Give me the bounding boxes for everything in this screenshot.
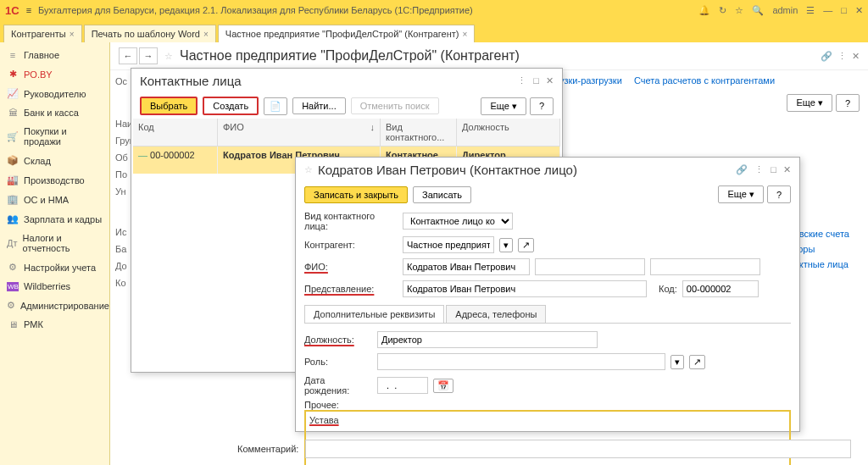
maximize-icon[interactable]: □: [771, 164, 776, 175]
sidebar-item-bank[interactable]: 🏛Банк и касса: [0, 103, 109, 122]
comment-label: Комментарий:: [237, 444, 298, 454]
label-birthdate: Дата рождения:: [304, 375, 372, 396]
col-code[interactable]: Код: [133, 119, 218, 146]
contact-card-dialog: ☆ Кодратов Иван Петрович (Контактное лиц…: [295, 157, 800, 432]
save-button[interactable]: Записать: [413, 186, 471, 203]
sidebar-item-assets[interactable]: 🏢ОС и НМА: [0, 190, 109, 209]
maximize-icon[interactable]: □: [841, 5, 847, 15]
fio-input[interactable]: [403, 258, 530, 275]
app-logo: 1С: [5, 4, 19, 17]
label-counterparty: Контрагент:: [304, 240, 398, 250]
minimize-icon[interactable]: —: [823, 5, 832, 15]
star-icon[interactable]: ☆: [735, 5, 743, 16]
page-title: Частное предприятие "ПрофиДелСтрой" (Кон…: [180, 48, 520, 64]
open-button[interactable]: ↗: [689, 355, 705, 369]
box-icon: 📦: [7, 155, 19, 166]
link-accounts[interactable]: Счета расчетов с контрагентами: [634, 75, 775, 86]
create-button[interactable]: Создать: [203, 97, 259, 115]
star-icon[interactable]: ☆: [304, 164, 313, 175]
sidebar-item-warehouse[interactable]: 📦Склад: [0, 151, 109, 170]
label-type: Вид контактного лица:: [304, 211, 398, 231]
calendar-icon[interactable]: 📅: [433, 379, 453, 393]
menu-icon[interactable]: ≡: [26, 5, 31, 15]
code-input[interactable]: [682, 280, 759, 297]
nav-back[interactable]: ←: [119, 47, 137, 64]
history-icon[interactable]: ↻: [719, 5, 726, 16]
fio-input-2[interactable]: [535, 258, 645, 275]
fio-input-3[interactable]: [650, 258, 760, 275]
counterparty-input[interactable]: [403, 236, 494, 253]
sidebar-item-admin[interactable]: ⚙Администрирование: [0, 296, 109, 315]
star-icon[interactable]: ☆: [164, 51, 173, 62]
save-close-button[interactable]: Записать и закрыть: [304, 186, 408, 203]
col-type[interactable]: Вид контактного...: [381, 119, 457, 146]
sidebar-item-manager[interactable]: 📈Руководителю: [0, 84, 109, 103]
bell-icon[interactable]: 🔔: [698, 5, 710, 16]
copy-button[interactable]: 📄: [264, 97, 287, 115]
settings-icon[interactable]: ☰: [806, 5, 815, 16]
close-icon[interactable]: ✕: [783, 164, 791, 175]
comment-input[interactable]: [305, 440, 851, 458]
dropdown-button[interactable]: ▾: [670, 355, 684, 369]
link-unload[interactable]: узки-разгрузки: [559, 75, 622, 86]
tab-counterparty-card[interactable]: Частное предприятие "ПрофиДелСтрой" (Кон…: [218, 25, 475, 42]
close-icon[interactable]: ✕: [546, 75, 554, 86]
kebab-icon[interactable]: ⋮: [754, 164, 764, 175]
tab-word-print[interactable]: Печать по шаблону Word×: [84, 25, 216, 42]
app-title: Бухгалтерия для Беларуси, редакция 2.1. …: [38, 5, 692, 15]
asterisk-icon: ✱: [7, 69, 19, 80]
role-input[interactable]: [377, 353, 665, 370]
select-button[interactable]: Выбрать: [140, 97, 198, 115]
open-button[interactable]: ↗: [518, 238, 534, 252]
repr-input[interactable]: [403, 280, 647, 297]
kebab-icon[interactable]: ⋮: [517, 75, 526, 86]
sidebar-item-wildberries[interactable]: WBWildberries: [0, 277, 109, 296]
close-icon[interactable]: ✕: [855, 5, 863, 16]
trunc-label: До: [115, 261, 127, 271]
type-select[interactable]: Контактное лицо контраген: [403, 213, 513, 230]
label-position: Должность:: [304, 335, 372, 345]
find-button[interactable]: Найти...: [292, 97, 346, 114]
sidebar-item-production[interactable]: 🏭Производство: [0, 170, 109, 190]
sidebar-item-payroll[interactable]: 👥Зарплата и кадры: [0, 209, 109, 229]
tab-counterparties[interactable]: Контрагенты×: [3, 25, 82, 42]
position-input[interactable]: [377, 331, 598, 348]
card-tab-addresses[interactable]: Адреса, телефоны: [446, 305, 546, 323]
building-icon: 🏢: [7, 194, 19, 205]
more-button[interactable]: Еще ▾: [481, 97, 526, 115]
card-tab-details[interactable]: Дополнительные реквизиты: [304, 305, 444, 323]
col-position[interactable]: Должность: [457, 119, 560, 146]
close-icon[interactable]: ×: [203, 30, 209, 39]
close-icon[interactable]: ×: [70, 30, 75, 39]
menu-icon: ≡: [7, 50, 19, 60]
sidebar-item-settings[interactable]: ⚙Настройки учета: [0, 257, 109, 277]
sidebar-item-taxes[interactable]: ДтНалоги и отчетность: [0, 229, 109, 257]
link-icon[interactable]: 🔗: [821, 51, 832, 62]
sidebar-item-sales[interactable]: 🛒Покупки и продажи: [0, 122, 109, 151]
link-icon[interactable]: 🔗: [736, 164, 748, 175]
more-button[interactable]: Еще ▾: [787, 94, 832, 112]
chart-icon: 📈: [7, 88, 19, 99]
sidebar-item-poby[interactable]: ✱PO.BY: [0, 64, 109, 84]
help-button[interactable]: ?: [530, 97, 554, 115]
table-header: Код ФИО↓ Вид контактного... Должность: [133, 119, 560, 147]
col-fio[interactable]: ФИО↓: [218, 119, 381, 146]
search-icon[interactable]: 🔍: [752, 5, 764, 16]
close-icon[interactable]: ✕: [852, 51, 860, 62]
factory-icon: 🏭: [7, 174, 19, 185]
trunc-label: Ко: [115, 278, 127, 288]
titlebar: 1С ≡ Бухгалтерия для Беларуси, редакция …: [0, 0, 868, 20]
sidebar-item-rmk[interactable]: 🖥РМК: [0, 315, 109, 334]
help-button[interactable]: ?: [767, 185, 791, 203]
help-button[interactable]: ?: [836, 94, 860, 112]
user-label[interactable]: admin: [772, 5, 798, 15]
close-icon[interactable]: ×: [462, 30, 467, 39]
dropdown-button[interactable]: ▾: [499, 238, 513, 252]
kebab-icon[interactable]: ⋮: [837, 51, 847, 62]
maximize-icon[interactable]: □: [533, 75, 539, 86]
trunc-label: Ба: [115, 244, 127, 254]
sidebar-item-main[interactable]: ≡Главное: [0, 46, 109, 64]
nav-forward[interactable]: →: [139, 47, 158, 64]
more-button[interactable]: Еще ▾: [718, 185, 763, 203]
birthdate-input[interactable]: [377, 377, 428, 394]
